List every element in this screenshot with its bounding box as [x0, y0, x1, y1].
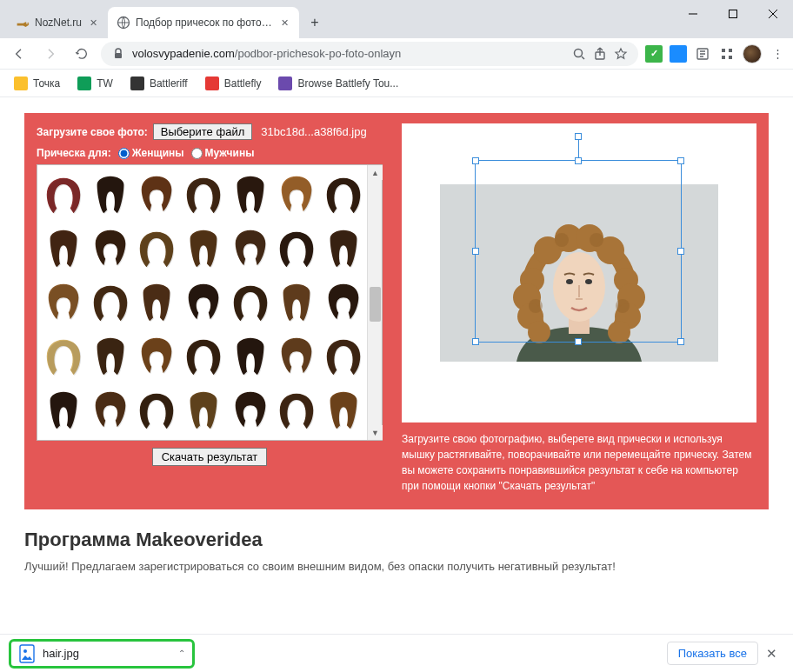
rotate-handle[interactable]: [575, 133, 582, 140]
hairstyle-thumbnail[interactable]: [88, 169, 133, 221]
uploaded-file-name: 31bc18d...a38f6d.jpg: [261, 125, 366, 138]
hairstyle-scroll[interactable]: [37, 165, 382, 440]
hairstyle-thumbnail[interactable]: [275, 330, 320, 383]
gender-female-radio[interactable]: Женщины: [118, 147, 184, 159]
lock-icon: [111, 47, 125, 61]
url-host: volosvypadenie.com: [132, 47, 235, 60]
minimize-button[interactable]: [673, 0, 713, 28]
choose-file-button[interactable]: Выберите файл: [153, 123, 252, 140]
hairstyle-thumbnail[interactable]: [41, 169, 86, 221]
user-photo[interactable]: [440, 184, 718, 362]
scrollbar[interactable]: ▲ ▼: [367, 165, 382, 440]
hairstyle-thumbnail[interactable]: [41, 384, 86, 436]
resize-handle-nw[interactable]: [472, 157, 479, 164]
search-icon[interactable]: [572, 47, 586, 61]
resize-handle-ne[interactable]: [677, 157, 684, 164]
wrench-icon: [16, 16, 30, 30]
bookmark-item[interactable]: Точка: [7, 73, 67, 94]
forward-button[interactable]: [38, 42, 63, 66]
hairstyle-thumbnail[interactable]: [181, 169, 226, 221]
hairstyle-thumbnail[interactable]: [275, 223, 320, 275]
bookmark-item[interactable]: Battleriff: [123, 73, 195, 94]
hairstyle-thumbnail[interactable]: [275, 384, 320, 436]
hairstyle-thumbnail[interactable]: [321, 223, 366, 275]
hairstyle-thumbnail[interactable]: [275, 169, 320, 221]
bookmark-item[interactable]: Battlefly: [198, 73, 269, 94]
gender-female-label: Женщины: [132, 147, 184, 159]
hairstyle-thumbnail[interactable]: [134, 169, 179, 221]
hairstyle-thumbnail[interactable]: [321, 169, 366, 221]
scroll-up-icon[interactable]: ▲: [368, 165, 383, 180]
download-result-button[interactable]: Скачать результат: [152, 448, 268, 466]
resize-handle-n[interactable]: [575, 157, 582, 164]
bookmark-item[interactable]: TW: [70, 73, 120, 94]
gender-row: Прическа для: Женщины Мужчины: [37, 147, 383, 159]
browser-titlebar: NozNet.ru ✕ Подбор причесок по фото онла…: [0, 0, 793, 38]
preview-image: [440, 184, 718, 362]
bookmark-star-icon[interactable]: [614, 47, 628, 61]
new-tab-button[interactable]: +: [303, 10, 327, 35]
svg-point-27: [529, 299, 543, 313]
hairstyle-thumbnail[interactable]: [134, 330, 179, 383]
hairstyle-thumbnail[interactable]: [181, 223, 226, 275]
bookmark-item[interactable]: Browse Battlefy Tou...: [271, 73, 405, 94]
hairstyle-thumbnail[interactable]: [321, 384, 366, 436]
section-title: Программа Makeoveridea: [24, 529, 769, 551]
hairstyle-thumbnail[interactable]: [41, 223, 86, 275]
svg-rect-1: [730, 10, 737, 18]
hairstyle-thumbnail[interactable]: [275, 276, 320, 329]
hairstyle-thumbnail[interactable]: [88, 330, 133, 383]
hairstyle-thumbnail[interactable]: [88, 276, 133, 329]
svg-point-29: [555, 233, 569, 247]
hairstyle-thumbnail[interactable]: [181, 330, 226, 383]
hairstyle-thumbnail[interactable]: [228, 276, 273, 329]
close-icon[interactable]: ✕: [87, 17, 99, 29]
hairstyle-thumbnail[interactable]: [134, 223, 179, 275]
notes-icon[interactable]: [694, 45, 711, 63]
reload-button[interactable]: [70, 42, 94, 66]
close-shelf-button[interactable]: ✕: [758, 646, 784, 662]
hairstyle-thumbnail[interactable]: [181, 384, 226, 436]
omnibox[interactable]: volosvypadenie.com/podbor-prichesok-po-f…: [101, 42, 638, 66]
maximize-button[interactable]: [713, 0, 753, 28]
apps-icon[interactable]: [718, 45, 736, 63]
back-button[interactable]: [7, 42, 31, 66]
show-all-downloads-button[interactable]: Показать все: [667, 642, 758, 665]
page-viewport[interactable]: Загрузите свое фото: Выберите файл 31bc1…: [0, 97, 793, 634]
close-icon[interactable]: ✕: [278, 17, 290, 29]
hairstyle-grid: ▲ ▼: [37, 164, 383, 441]
tab-hairstyle[interactable]: Подбор причесок по фото онла ✕: [108, 7, 299, 38]
hairstyle-thumbnail[interactable]: [228, 384, 273, 436]
hairstyle-thumbnail[interactable]: [41, 330, 86, 383]
url-text: volosvypadenie.com/podbor-prichesok-po-f…: [132, 47, 565, 60]
hairstyle-thumbnail[interactable]: [41, 276, 86, 329]
scrollbar-thumb[interactable]: [370, 287, 381, 322]
hairstyle-thumbnail[interactable]: [228, 169, 273, 221]
kebab-menu-icon[interactable]: ⋮: [769, 45, 786, 63]
hairstyle-thumbnail[interactable]: [321, 276, 366, 329]
hairstyle-thumbnail[interactable]: [321, 330, 366, 383]
url-path: /podbor-prichesok-po-foto-onlayn: [235, 47, 402, 60]
extension-blue-icon[interactable]: [670, 45, 687, 63]
hairstyle-thumbnail[interactable]: [181, 276, 226, 329]
tab-noznet[interactable]: NozNet.ru ✕: [7, 7, 108, 38]
share-icon[interactable]: [593, 47, 607, 61]
hairstyle-thumbnail[interactable]: [88, 223, 133, 275]
close-window-button[interactable]: [753, 0, 793, 28]
scroll-down-icon[interactable]: ▼: [368, 425, 383, 440]
profile-avatar[interactable]: [743, 44, 762, 63]
download-file-name: hair.jpg: [43, 647, 79, 660]
hairstyle-thumbnail[interactable]: [228, 223, 273, 275]
bookmark-label: Battleriff: [150, 77, 188, 90]
download-item[interactable]: hair.jpg ⌃: [9, 639, 195, 669]
hairstyle-thumbnail[interactable]: [228, 330, 273, 383]
chevron-up-icon[interactable]: ⌃: [178, 649, 185, 658]
adblock-icon[interactable]: ✓: [645, 45, 663, 63]
hairstyle-thumbnail[interactable]: [134, 276, 179, 329]
gender-male-label: Мужчины: [205, 147, 255, 159]
hairstyle-thumbnail[interactable]: [134, 384, 179, 436]
tool-panel-left: Загрузите свое фото: Выберите файл 31bc1…: [37, 123, 383, 494]
hairstyle-thumbnail[interactable]: [88, 384, 133, 436]
gender-male-radio[interactable]: Мужчины: [191, 147, 255, 159]
photo-preview-frame: [402, 123, 756, 422]
